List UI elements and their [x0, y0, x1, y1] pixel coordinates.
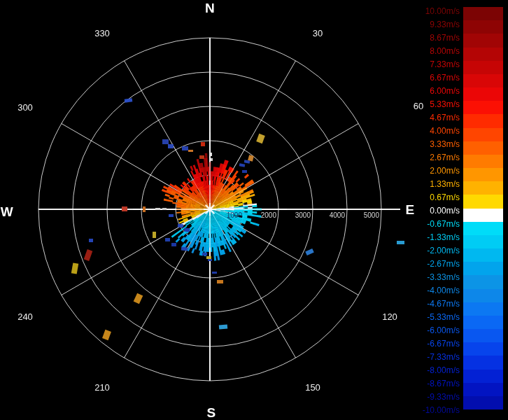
- colorbar-band-12: [463, 168, 503, 181]
- azimuth-label-300: 300: [17, 102, 33, 113]
- colorbar-band-21: [463, 289, 503, 302]
- colorbar-tick-label: 4.67m/s: [430, 113, 460, 122]
- range-label-5000: 5000: [364, 211, 379, 219]
- colorbar-band-29: [463, 396, 503, 410]
- doppler-ppi-screen: NESW3303030060240120210150 1000200030004…: [0, 0, 508, 420]
- colorbar-tick-label: 0.67m/s: [430, 192, 460, 202]
- colorbar-band-9: [463, 128, 503, 141]
- colorbar-band-10: [463, 141, 503, 155]
- colorbar-tick-label: -4.00m/s: [427, 286, 460, 295]
- colorbar-tick-label: -3.33m/s: [427, 272, 460, 282]
- colorbar-band-19: [463, 262, 503, 275]
- colorbar-tick-label: -2.67m/s: [427, 259, 460, 269]
- colorbar-band-20: [463, 275, 503, 288]
- colorbar-band-13: [463, 181, 503, 195]
- colorbar-band-0: [463, 7, 503, 20]
- colorbar-tick-label: -7.33m/s: [427, 352, 460, 362]
- colorbar-tick-label: -9.33m/s: [427, 392, 460, 402]
- colorbar-tick-label: 8.67m/s: [430, 33, 460, 43]
- colorbar-tick-label: 8.00m/s: [430, 46, 460, 56]
- colorbar-band-5: [463, 74, 503, 88]
- range-label-2000: 2000: [261, 211, 276, 219]
- colorbar-tick-label: -6.00m/s: [427, 326, 460, 335]
- colorbar-band-24: [463, 329, 503, 342]
- colorbar-band-2: [463, 34, 503, 47]
- compass-label-E: E: [405, 202, 414, 218]
- azimuth-label-330: 330: [94, 28, 110, 38]
- colorbar-band-14: [463, 195, 503, 208]
- colorbar-tick-label: 6.00m/s: [430, 86, 460, 96]
- azimuth-label-120: 120: [382, 312, 397, 322]
- colorbar-tick-label: 2.67m/s: [430, 153, 460, 162]
- colorbar-tick-label: -6.67m/s: [427, 339, 460, 349]
- azimuth-label-240: 240: [17, 312, 33, 322]
- colorbar-band-22: [463, 302, 503, 316]
- colorbar-tick-label: -8.00m/s: [427, 365, 460, 375]
- colorbar-tick-label: -5.33m/s: [427, 312, 460, 322]
- colorbar-band-26: [463, 356, 503, 369]
- colorbar-band-6: [463, 88, 503, 101]
- colorbar-tick-label: -4.67m/s: [427, 299, 460, 309]
- colorbar-tick-label: 10.00m/s: [425, 6, 460, 16]
- colorbar-tick-label: 1.33m/s: [430, 179, 460, 189]
- azimuth-label-150: 150: [305, 382, 320, 393]
- range-label-3000: 3000: [295, 211, 311, 219]
- colorbar-tick-label: 2.00m/s: [430, 166, 460, 176]
- colorbar-band-1: [463, 20, 503, 34]
- colorbar-tick-label: -8.67m/s: [427, 379, 460, 388]
- colorbar-tick-label: -10.00m/s: [423, 405, 460, 415]
- colorbar-tick-label: 0.00m/s: [430, 206, 460, 216]
- colorbar-tick-label: 3.33m/s: [430, 139, 460, 149]
- colorbar-tick-label: 7.33m/s: [430, 59, 460, 69]
- compass-label-W: W: [1, 204, 13, 220]
- compass-label-S: S: [206, 405, 216, 420]
- colorbar-band-27: [463, 370, 503, 383]
- velocity-colorbar: [463, 7, 503, 410]
- compass-label-N: N: [205, 1, 215, 16]
- azimuth-label-210: 210: [94, 382, 110, 393]
- colorbar-band-11: [463, 155, 503, 168]
- colorbar-band-28: [463, 383, 503, 396]
- colorbar-band-4: [463, 61, 503, 74]
- colorbar-tick-label: -0.67m/s: [427, 219, 460, 229]
- colorbar-band-25: [463, 342, 503, 356]
- colorbar-tick-label: 5.33m/s: [430, 99, 460, 109]
- colorbar-band-16: [463, 222, 503, 235]
- colorbar-band-17: [463, 235, 503, 248]
- colorbar-band-3: [463, 48, 503, 61]
- colorbar-band-15: [463, 209, 503, 222]
- colorbar-band-18: [463, 248, 503, 262]
- colorbar-tick-label: 9.33m/s: [430, 20, 460, 29]
- colorbar-band-8: [463, 114, 503, 127]
- range-label-1000: 1000: [227, 211, 242, 219]
- azimuth-label-30: 30: [313, 28, 323, 38]
- range-label-4000: 4000: [330, 211, 345, 219]
- colorbar-tick-label: -1.33m/s: [427, 232, 460, 242]
- azimuth-label-60: 60: [414, 101, 423, 111]
- colorbar-tick-label: -2.00m/s: [427, 246, 460, 255]
- colorbar-tick-label: 4.00m/s: [430, 126, 460, 136]
- colorbar-tick-label: 6.67m/s: [430, 73, 460, 83]
- colorbar-band-7: [463, 101, 503, 114]
- colorbar-band-23: [463, 316, 503, 329]
